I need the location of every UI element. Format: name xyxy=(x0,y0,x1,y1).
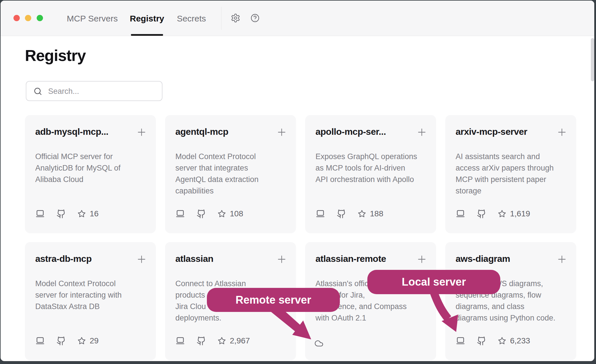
plus-icon[interactable] xyxy=(136,254,147,265)
toolbar: MCP Servers Registry Secrets xyxy=(1,1,594,36)
github-icon xyxy=(477,336,486,346)
star-icon xyxy=(498,209,506,218)
server-name: agentql-mcp xyxy=(175,126,228,137)
close-window-button[interactable] xyxy=(13,15,20,21)
laptop-icon xyxy=(175,209,185,219)
star-icon xyxy=(358,209,366,218)
github-icon xyxy=(197,336,206,346)
github-icon xyxy=(56,336,66,346)
star-count: 29 xyxy=(90,336,99,345)
github-icon xyxy=(477,209,486,219)
github-icon xyxy=(337,209,346,219)
search-box xyxy=(26,81,162,101)
star-icon xyxy=(498,337,506,345)
star-icon xyxy=(217,209,226,218)
github-icon xyxy=(56,209,66,219)
server-card-aws-diagram[interactable]: aws-diagram Generate AWS diagrams,sequen… xyxy=(445,242,576,360)
tab-secrets[interactable]: Secrets xyxy=(177,14,206,23)
server-description: Exposes GraphQL operationsas MCP tools f… xyxy=(315,151,429,185)
minimize-window-button[interactable] xyxy=(25,15,31,21)
card-footer: 188 xyxy=(315,208,383,219)
star-icon xyxy=(77,209,86,218)
server-name: atlassian-remote xyxy=(315,254,386,264)
server-description: AI assistants search andaccess arXiv pap… xyxy=(456,151,569,197)
remote-server-callout: Remote server xyxy=(207,288,340,312)
star-count: 108 xyxy=(230,209,243,218)
laptop-icon xyxy=(315,209,325,219)
star-icon xyxy=(217,337,226,345)
search-icon xyxy=(33,87,42,96)
search-input[interactable] xyxy=(48,82,158,101)
plus-icon[interactable] xyxy=(556,254,568,265)
server-description: Model Context Protocolserver that integr… xyxy=(175,151,289,197)
card-footer: 1,619 xyxy=(456,208,530,219)
help-icon[interactable] xyxy=(250,13,260,23)
server-name: astra-db-mcp xyxy=(35,254,92,264)
card-footer: 16 xyxy=(35,208,99,219)
laptop-icon xyxy=(35,336,45,346)
star-count: 188 xyxy=(370,209,383,218)
server-card-arxiv-mcp-server[interactable]: arxiv-mcp-server AI assistants search an… xyxy=(445,115,576,233)
active-tab-underline xyxy=(131,34,163,36)
star-count: 1,619 xyxy=(510,209,530,218)
card-footer: 2,967 xyxy=(175,335,250,347)
server-name: atlassian xyxy=(175,254,213,264)
plus-icon[interactable] xyxy=(276,126,287,138)
gear-icon[interactable] xyxy=(231,13,240,23)
zoom-window-button[interactable] xyxy=(37,15,43,21)
card-footer xyxy=(313,339,325,348)
card-footer: 6,233 xyxy=(456,335,530,347)
laptop-icon xyxy=(35,209,45,219)
star-count: 6,233 xyxy=(510,336,530,345)
server-name: apollo-mcp-ser... xyxy=(315,126,386,137)
server-name: adb-mysql-mcp... xyxy=(35,126,108,137)
plus-icon[interactable] xyxy=(136,126,147,138)
server-description: Official MCP server forAnalyticDB for My… xyxy=(35,151,148,185)
server-card-grid: adb-mysql-mcp... Official MCP server for… xyxy=(25,115,576,360)
server-name: aws-diagram xyxy=(456,254,510,264)
plus-icon[interactable] xyxy=(416,126,428,138)
server-card-astra-db-mcp[interactable]: astra-db-mcp Model Context Protocolserve… xyxy=(25,242,156,360)
laptop-icon xyxy=(456,336,465,346)
laptop-icon xyxy=(456,209,465,219)
cloud-icon xyxy=(313,339,325,348)
server-card-adb-mysql-mcp[interactable]: adb-mysql-mcp... Official MCP server for… xyxy=(25,115,156,233)
server-card-apollo-mcp-server[interactable]: apollo-mcp-ser... Exposes GraphQL operat… xyxy=(305,115,436,233)
plus-icon[interactable] xyxy=(276,254,287,265)
scrollbar-thumb[interactable] xyxy=(591,38,594,81)
server-name: arxiv-mcp-server xyxy=(456,126,527,137)
local-server-callout: Local server xyxy=(367,270,500,294)
card-footer: 29 xyxy=(35,335,99,347)
star-icon xyxy=(77,337,86,345)
server-card-agentql-mcp[interactable]: agentql-mcp Model Context Protocolserver… xyxy=(165,115,296,233)
star-count: 16 xyxy=(90,209,99,218)
tab-registry[interactable]: Registry xyxy=(130,14,164,23)
plus-icon[interactable] xyxy=(416,254,428,265)
page-title: Registry xyxy=(25,46,86,65)
star-count: 2,967 xyxy=(230,336,250,345)
laptop-icon xyxy=(175,336,185,346)
server-description: Model Context Protocolserver for interac… xyxy=(35,278,148,312)
card-footer: 108 xyxy=(175,208,243,219)
github-icon xyxy=(197,209,206,219)
plus-icon[interactable] xyxy=(556,126,568,138)
toolbar-divider xyxy=(221,7,221,30)
tab-mcp-servers[interactable]: MCP Servers xyxy=(67,14,118,23)
